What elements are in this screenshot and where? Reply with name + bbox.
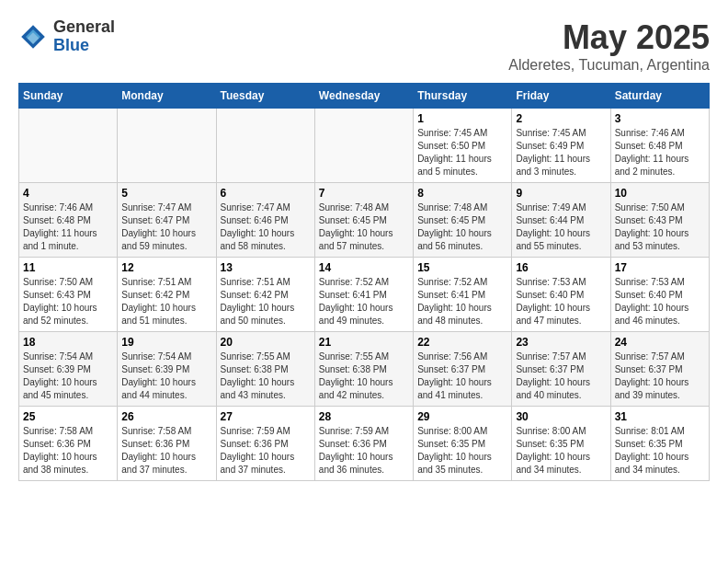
day-number: 28 [319, 410, 409, 423]
day-info: Sunrise: 7:55 AM Sunset: 6:38 PM Dayligh… [319, 350, 409, 402]
calendar-cell: 15Sunrise: 7:52 AM Sunset: 6:41 PM Dayli… [414, 258, 512, 332]
logo-text: General Blue [53, 18, 115, 55]
day-number: 27 [221, 410, 311, 423]
day-info: Sunrise: 7:51 AM Sunset: 6:42 PM Dayligh… [121, 276, 211, 327]
calendar-cell: 16Sunrise: 7:53 AM Sunset: 6:40 PM Dayli… [512, 258, 610, 332]
calendar-cell: 10Sunrise: 7:50 AM Sunset: 6:43 PM Dayli… [610, 183, 709, 258]
subtitle: Alderetes, Tucuman, Argentina [508, 57, 710, 74]
day-number: 4 [23, 187, 113, 200]
day-header-saturday: Saturday [610, 84, 709, 109]
calendar-cell: 28Sunrise: 7:59 AM Sunset: 6:36 PM Dayli… [314, 407, 413, 481]
day-info: Sunrise: 7:53 AM Sunset: 6:40 PM Dayligh… [516, 276, 606, 327]
day-header-wednesday: Wednesday [314, 84, 413, 109]
calendar-table: SundayMondayTuesdayWednesdayThursdayFrid… [18, 83, 710, 481]
calendar-cell [216, 109, 314, 183]
calendar-cell: 5Sunrise: 7:47 AM Sunset: 6:47 PM Daylig… [118, 183, 216, 258]
day-info: Sunrise: 7:49 AM Sunset: 6:44 PM Dayligh… [516, 201, 606, 253]
day-info: Sunrise: 7:52 AM Sunset: 6:41 PM Dayligh… [319, 276, 409, 327]
page-header: General Blue May 2025 Alderetes, Tucuman… [18, 18, 710, 74]
calendar-cell: 23Sunrise: 7:57 AM Sunset: 6:37 PM Dayli… [512, 332, 610, 407]
day-number: 18 [23, 336, 113, 349]
day-number: 17 [615, 261, 705, 274]
day-info: Sunrise: 8:01 AM Sunset: 6:35 PM Dayligh… [615, 425, 705, 477]
day-info: Sunrise: 7:59 AM Sunset: 6:36 PM Dayligh… [319, 425, 409, 477]
calendar-cell: 21Sunrise: 7:55 AM Sunset: 6:38 PM Dayli… [314, 332, 413, 407]
calendar-cell: 4Sunrise: 7:46 AM Sunset: 6:48 PM Daylig… [19, 183, 118, 258]
day-number: 16 [516, 261, 606, 274]
calendar-cell: 29Sunrise: 8:00 AM Sunset: 6:35 PM Dayli… [414, 407, 512, 481]
calendar-cell: 14Sunrise: 7:52 AM Sunset: 6:41 PM Dayli… [314, 258, 413, 332]
day-info: Sunrise: 7:58 AM Sunset: 6:36 PM Dayligh… [121, 425, 211, 477]
day-number: 15 [417, 261, 507, 274]
day-number: 9 [516, 187, 606, 200]
day-info: Sunrise: 7:59 AM Sunset: 6:36 PM Dayligh… [221, 425, 311, 477]
day-number: 25 [23, 410, 113, 423]
day-info: Sunrise: 7:54 AM Sunset: 6:39 PM Dayligh… [23, 350, 113, 402]
day-number: 5 [121, 187, 211, 200]
day-header-thursday: Thursday [414, 84, 512, 109]
day-info: Sunrise: 7:51 AM Sunset: 6:42 PM Dayligh… [221, 276, 311, 327]
logo-blue: Blue [53, 37, 115, 55]
day-info: Sunrise: 7:50 AM Sunset: 6:43 PM Dayligh… [23, 276, 113, 327]
calendar-cell: 18Sunrise: 7:54 AM Sunset: 6:39 PM Dayli… [19, 332, 118, 407]
day-info: Sunrise: 7:47 AM Sunset: 6:46 PM Dayligh… [221, 201, 311, 253]
day-number: 22 [417, 336, 507, 349]
day-number: 31 [615, 410, 705, 423]
calendar-cell: 6Sunrise: 7:47 AM Sunset: 6:46 PM Daylig… [216, 183, 314, 258]
day-number: 1 [417, 112, 507, 125]
calendar-cell: 26Sunrise: 7:58 AM Sunset: 6:36 PM Dayli… [118, 407, 216, 481]
day-number: 30 [516, 410, 606, 423]
day-number: 29 [417, 410, 507, 423]
calendar-cell: 12Sunrise: 7:51 AM Sunset: 6:42 PM Dayli… [118, 258, 216, 332]
calendar-cell: 2Sunrise: 7:45 AM Sunset: 6:49 PM Daylig… [512, 109, 610, 183]
calendar-cell: 8Sunrise: 7:48 AM Sunset: 6:45 PM Daylig… [414, 183, 512, 258]
calendar-cell: 31Sunrise: 8:01 AM Sunset: 6:35 PM Dayli… [610, 407, 709, 481]
calendar-week-2: 4Sunrise: 7:46 AM Sunset: 6:48 PM Daylig… [19, 183, 710, 258]
calendar-cell: 27Sunrise: 7:59 AM Sunset: 6:36 PM Dayli… [216, 407, 314, 481]
calendar-cell [118, 109, 216, 183]
calendar-cell [314, 109, 413, 183]
day-info: Sunrise: 8:00 AM Sunset: 6:35 PM Dayligh… [417, 425, 507, 477]
day-info: Sunrise: 7:56 AM Sunset: 6:37 PM Dayligh… [417, 350, 507, 402]
day-number: 20 [221, 336, 311, 349]
day-info: Sunrise: 7:52 AM Sunset: 6:41 PM Dayligh… [417, 276, 507, 327]
calendar-cell: 11Sunrise: 7:50 AM Sunset: 6:43 PM Dayli… [19, 258, 118, 332]
day-number: 26 [121, 410, 211, 423]
day-number: 24 [615, 336, 705, 349]
day-number: 2 [516, 112, 606, 125]
day-info: Sunrise: 7:57 AM Sunset: 6:37 PM Dayligh… [516, 350, 606, 402]
calendar-cell: 7Sunrise: 7:48 AM Sunset: 6:45 PM Daylig… [314, 183, 413, 258]
day-number: 12 [121, 261, 211, 274]
day-info: Sunrise: 7:47 AM Sunset: 6:47 PM Dayligh… [121, 201, 211, 253]
day-info: Sunrise: 7:46 AM Sunset: 6:48 PM Dayligh… [23, 201, 113, 253]
day-header-friday: Friday [512, 84, 610, 109]
calendar-cell: 20Sunrise: 7:55 AM Sunset: 6:38 PM Dayli… [216, 332, 314, 407]
day-info: Sunrise: 7:57 AM Sunset: 6:37 PM Dayligh… [615, 350, 705, 402]
day-number: 8 [417, 187, 507, 200]
calendar-cell: 1Sunrise: 7:45 AM Sunset: 6:50 PM Daylig… [414, 109, 512, 183]
day-number: 13 [221, 261, 311, 274]
day-info: Sunrise: 7:53 AM Sunset: 6:40 PM Dayligh… [615, 276, 705, 327]
day-number: 11 [23, 261, 113, 274]
day-info: Sunrise: 7:48 AM Sunset: 6:45 PM Dayligh… [417, 201, 507, 253]
day-info: Sunrise: 7:54 AM Sunset: 6:39 PM Dayligh… [121, 350, 211, 402]
day-info: Sunrise: 7:48 AM Sunset: 6:45 PM Dayligh… [319, 201, 409, 253]
logo-icon [18, 22, 48, 52]
calendar-cell: 25Sunrise: 7:58 AM Sunset: 6:36 PM Dayli… [19, 407, 118, 481]
calendar-cell: 24Sunrise: 7:57 AM Sunset: 6:37 PM Dayli… [610, 332, 709, 407]
day-header-tuesday: Tuesday [216, 84, 314, 109]
day-number: 21 [319, 336, 409, 349]
calendar-cell: 22Sunrise: 7:56 AM Sunset: 6:37 PM Dayli… [414, 332, 512, 407]
day-info: Sunrise: 7:45 AM Sunset: 6:50 PM Dayligh… [417, 127, 507, 178]
calendar-cell: 19Sunrise: 7:54 AM Sunset: 6:39 PM Dayli… [118, 332, 216, 407]
calendar-cell: 9Sunrise: 7:49 AM Sunset: 6:44 PM Daylig… [512, 183, 610, 258]
day-header-monday: Monday [118, 84, 216, 109]
day-info: Sunrise: 7:58 AM Sunset: 6:36 PM Dayligh… [23, 425, 113, 477]
day-number: 7 [319, 187, 409, 200]
day-info: Sunrise: 7:45 AM Sunset: 6:49 PM Dayligh… [516, 127, 606, 178]
calendar-week-5: 25Sunrise: 7:58 AM Sunset: 6:36 PM Dayli… [19, 407, 710, 481]
header-row: SundayMondayTuesdayWednesdayThursdayFrid… [19, 84, 710, 109]
day-info: Sunrise: 8:00 AM Sunset: 6:35 PM Dayligh… [516, 425, 606, 477]
calendar-week-4: 18Sunrise: 7:54 AM Sunset: 6:39 PM Dayli… [19, 332, 710, 407]
main-title: May 2025 [508, 18, 710, 57]
